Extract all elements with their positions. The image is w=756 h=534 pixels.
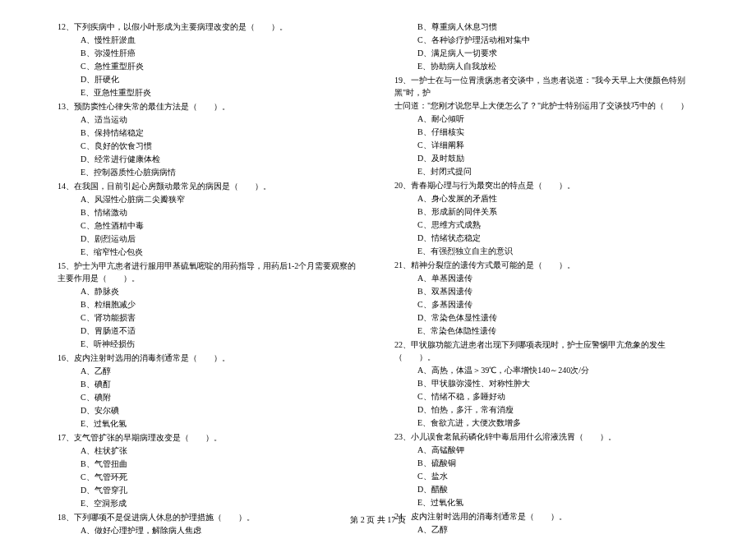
option-item: D、及时鼓励 [417, 152, 698, 164]
option-item: D、怕热，多汗，常有消瘦 [417, 403, 698, 416]
option-list: A、慢性肝淤血B、弥漫性肝癌C、急性重型肝炎D、肝硬化E、亚急性重型肝炎 [58, 34, 362, 99]
option-item: A、高锰酸钾 [417, 444, 698, 456]
option-item: E、缩窄性心包炎 [81, 246, 362, 258]
option-item: D、满足病人一切要求 [417, 47, 698, 59]
option-item: B、粒细胞减少 [81, 298, 362, 311]
option-item: C、肾功能损害 [81, 311, 362, 324]
option-item: A、耐心倾听 [417, 113, 698, 125]
option-item: C、多基因遗传 [417, 298, 698, 311]
left-column: 12、下列疾病中，以假小叶形成为主要病理改变的是（ ）。A、慢性肝淤血B、弥漫性… [49, 21, 378, 485]
option-item: C、思维方式成熟 [417, 219, 698, 231]
option-list: A、高热，体温＞39℃，心率增快140～240次/分B、甲状腺弥漫性、对称性肿大… [394, 364, 698, 429]
option-item: E、常染色体隐性遗传 [417, 325, 698, 337]
page-number: 第 2 页 共 17 页 [350, 515, 406, 524]
option-item: B、保持情绪稳定 [81, 127, 362, 139]
option-item: D、醋酸 [417, 483, 698, 495]
option-item: A、慢性肝淤血 [81, 34, 362, 46]
option-item: A、单基因遗传 [417, 272, 698, 284]
option-item: C、急性酒精中毒 [81, 219, 362, 232]
option-item: A、适当运动 [81, 113, 362, 126]
option-item: B、双基因遗传 [417, 285, 698, 297]
option-list: A、耐心倾听B、仔细核实C、详细阐释D、及时鼓励E、封闭式提问 [394, 113, 698, 177]
option-list: A、风湿性心脏病二尖瓣狭窄B、情绪激动C、急性酒精中毒D、剧烈运动后E、缩窄性心… [58, 193, 362, 258]
option-list: A、乙醇B、碘酊C、碘附D、安尔碘E、过氧化氢 [58, 365, 362, 430]
option-item: C、盐水 [417, 470, 698, 482]
question-stem: 12、下列疾病中，以假小叶形成为主要病理改变的是（ ）。 [58, 21, 362, 33]
option-list: B、尊重病人休息习惯C、各种诊疗护理活动相对集中D、满足病人一切要求E、协助病人… [394, 21, 698, 72]
option-list: A、柱状扩张B、气管扭曲C、气管环死D、气管穿孔E、空洞形成 [58, 444, 362, 509]
question-block: 13、预防窦性心律失常的最佳方法是（ ）。A、适当运动B、保持情绪稳定C、良好的… [58, 100, 362, 178]
question-stem: 17、支气管扩张的早期病理改变是（ ）。 [58, 431, 362, 444]
question-block: 17、支气管扩张的早期病理改变是（ ）。A、柱状扩张B、气管扭曲C、气管环死D、… [58, 431, 362, 509]
question-block: 19、一护士在与一位胃溃疡患者交谈中，当患者说道："我今天早上大便颜色特别黑"时… [394, 74, 698, 177]
question-stem: 16、皮内注射时选用的消毒剂通常是（ ）。 [58, 352, 362, 364]
question-stem: 13、预防窦性心律失常的最佳方法是（ ）。 [58, 100, 362, 113]
question-stem: 23、小儿误食老鼠药磷化锌中毒后用什么溶液洗胃（ ）。 [394, 430, 698, 443]
option-item: B、仔细核实 [417, 126, 698, 138]
question-stem: 21、精神分裂症的遗传方式最可能的是（ ）。 [394, 259, 698, 271]
question-block: B、尊重病人休息习惯C、各种诊疗护理活动相对集中D、满足病人一切要求E、协助病人… [394, 21, 698, 72]
question-stem: 22、甲状腺功能亢进患者出现下列哪项表现时，护士应警惕甲亢危象的发生（ ）。 [394, 338, 698, 363]
option-item: E、食欲亢进，大便次数增多 [417, 417, 698, 429]
option-item: B、硫酸铜 [417, 457, 698, 469]
question-stem-line2: 士问道："您刚才说您早上大便怎么了？"此护士特别运用了交谈技巧中的（ ） [394, 99, 698, 112]
question-stem: 20、青春期心理与行为最突出的特点是（ ）。 [394, 179, 698, 191]
option-item: A、乙醇 [81, 365, 362, 377]
option-item: B、尊重病人休息习惯 [417, 21, 698, 33]
option-item: B、弥漫性肝癌 [81, 47, 362, 59]
option-item: E、过氧化氢 [417, 496, 698, 509]
page-footer: 第 2 页 共 17 页 [0, 513, 756, 526]
question-block: 15、护士为甲亢患者进行服用甲基硫氧嘧啶的用药指导，用药后1-2个月需要观察的主… [58, 260, 362, 350]
option-list: A、单基因遗传B、双基因遗传C、多基因遗传D、常染色体显性遗传E、常染色体隐性遗… [394, 272, 698, 337]
option-item: E、有强烈独立自主的意识 [417, 245, 698, 257]
question-stem: 14、在我国，目前引起心房颤动最常见的病因是（ ）。 [58, 180, 362, 192]
option-list: A、高锰酸钾B、硫酸铜C、盐水D、醋酸E、过氧化氢 [394, 444, 698, 509]
option-item: B、形成新的同伴关系 [417, 205, 698, 218]
option-item: A、高热，体温＞39℃，心率增快140～240次/分 [417, 364, 698, 376]
option-item: B、甲状腺弥漫性、对称性肿大 [417, 377, 698, 389]
question-block: 20、青春期心理与行为最突出的特点是（ ）。A、身心发展的矛盾性B、形成新的同伴… [394, 179, 698, 257]
question-stem: 15、护士为甲亢患者进行服用甲基硫氧嘧啶的用药指导，用药后1-2个月需要观察的主… [58, 260, 362, 284]
option-item: E、封闭式提问 [417, 165, 698, 177]
option-item: D、安尔碘 [81, 404, 362, 417]
option-item: D、情绪状态稳定 [417, 232, 698, 244]
option-item: D、气管穿孔 [81, 484, 362, 496]
option-item: E、过氧化氢 [81, 417, 362, 430]
option-item: A、身心发展的矛盾性 [417, 192, 698, 205]
option-item: B、碘酊 [81, 378, 362, 390]
option-item: C、碘附 [81, 391, 362, 403]
question-stem: 19、一护士在与一位胃溃疡患者交谈中，当患者说道："我今天早上大便颜色特别黑"时… [394, 74, 698, 99]
option-item: D、肝硬化 [81, 73, 362, 85]
question-block: 23、小儿误食老鼠药磷化锌中毒后用什么溶液洗胃（ ）。A、高锰酸钾B、硫酸铜C、… [394, 430, 698, 509]
option-list: A、适当运动B、保持情绪稳定C、良好的饮食习惯D、经常进行健康体检E、控制器质性… [58, 113, 362, 178]
option-item: C、各种诊疗护理活动相对集中 [417, 34, 698, 46]
option-list: A、身心发展的矛盾性B、形成新的同伴关系C、思维方式成熟D、情绪状态稳定E、有强… [394, 192, 698, 257]
option-item: C、详细阐释 [417, 139, 698, 151]
question-block: 21、精神分裂症的遗传方式最可能的是（ ）。A、单基因遗传B、双基因遗传C、多基… [394, 259, 698, 337]
exam-page: 12、下列疾病中，以假小叶形成为主要病理改变的是（ ）。A、慢性肝淤血B、弥漫性… [0, 0, 756, 509]
option-item: B、气管扭曲 [81, 458, 362, 470]
option-item: D、经常进行健康体检 [81, 153, 362, 165]
question-block: 12、下列疾病中，以假小叶形成为主要病理改变的是（ ）。A、慢性肝淤血B、弥漫性… [58, 21, 362, 99]
option-item: D、常染色体显性遗传 [417, 311, 698, 324]
option-item: C、急性重型肝炎 [81, 60, 362, 72]
option-item: E、亚急性重型肝炎 [81, 86, 362, 99]
option-item: C、良好的饮食习惯 [81, 140, 362, 152]
question-block: 14、在我国，目前引起心房颤动最常见的病因是（ ）。A、风湿性心脏病二尖瓣狭窄B… [58, 180, 362, 258]
option-item: D、剧烈运动后 [81, 232, 362, 245]
option-item: A、柱状扩张 [81, 444, 362, 457]
question-block: 22、甲状腺功能亢进患者出现下列哪项表现时，护士应警惕甲亢危象的发生（ ）。A、… [394, 338, 698, 429]
option-item: A、风湿性心脏病二尖瓣狭窄 [81, 193, 362, 205]
option-item: A、静脉炎 [81, 285, 362, 297]
option-item: E、控制器质性心脏病病情 [81, 166, 362, 178]
option-item: E、协助病人自我放松 [417, 60, 698, 72]
option-item: E、空洞形成 [81, 497, 362, 509]
option-item: E、听神经损伤 [81, 338, 362, 350]
right-column: B、尊重病人休息习惯C、各种诊疗护理活动相对集中D、满足病人一切要求E、协助病人… [378, 21, 707, 485]
question-block: 16、皮内注射时选用的消毒剂通常是（ ）。A、乙醇B、碘酊C、碘附D、安尔碘E、… [58, 352, 362, 430]
option-item: C、气管环死 [81, 471, 362, 483]
option-item: B、情绪激动 [81, 206, 362, 219]
option-item: C、情绪不稳，多睡好动 [417, 390, 698, 403]
option-list: A、静脉炎B、粒细胞减少C、肾功能损害D、胃肠道不适E、听神经损伤 [58, 285, 362, 350]
option-item: D、胃肠道不适 [81, 325, 362, 337]
